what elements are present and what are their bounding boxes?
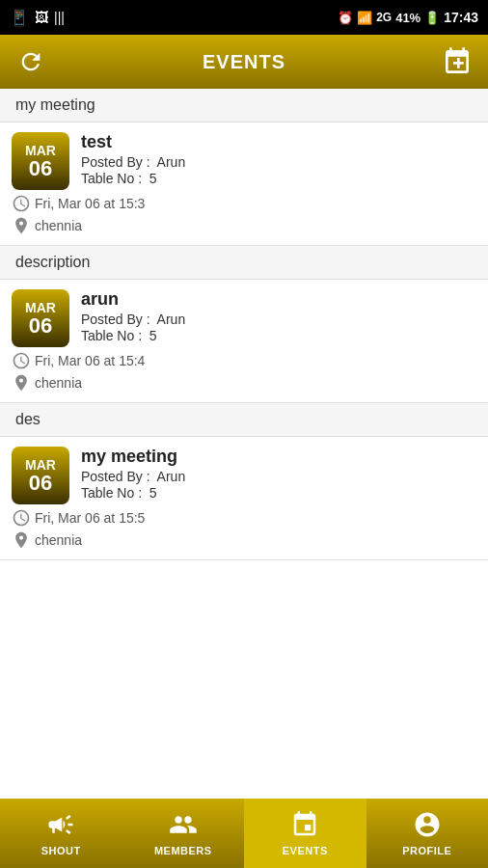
shout-label: SHOUT xyxy=(41,845,81,856)
date-day-1: 06 xyxy=(29,158,52,179)
pin-icon-2 xyxy=(12,373,31,393)
battery-label: 41% xyxy=(395,11,420,25)
status-bar: 📱 🖼 ||| ⏰ 📶 2G 41% 🔋 17:43 xyxy=(0,0,488,35)
event-footer-1: Fri, Mar 06 at 15:3 chennia xyxy=(12,194,476,235)
date-day-3: 06 xyxy=(29,473,52,494)
shout-icon xyxy=(46,810,75,843)
pin-icon-3 xyxy=(12,530,31,550)
event-footer-2: Fri, Mar 06 at 15:4 chennia xyxy=(12,351,476,393)
whatsapp-icon: 📱 xyxy=(10,9,29,27)
clock-icon-1 xyxy=(12,194,31,213)
status-right: ⏰ 📶 2G 41% 🔋 17:43 xyxy=(338,10,478,25)
status-left: 📱 🖼 ||| xyxy=(10,9,65,27)
section-header-description: description xyxy=(0,246,488,280)
events-content: my meeting Mar 06 test Posted By : Arun … xyxy=(0,89,488,799)
battery-icon: 🔋 xyxy=(424,11,440,25)
event-table-no-3: Table No : 5 xyxy=(81,485,476,501)
header: EVENTS xyxy=(0,35,488,89)
network-icon: 2G xyxy=(376,11,392,24)
nav-events[interactable]: EVENTS xyxy=(244,799,366,868)
nav-members[interactable]: MEMBERS xyxy=(122,799,245,868)
page-title: EVENTS xyxy=(48,51,440,73)
event-posted-by-3: Posted By : Arun xyxy=(81,469,476,484)
event-table-no-2: Table No : 5 xyxy=(81,328,476,343)
event-title-2: arun xyxy=(81,289,476,310)
signal-bars-icon: ||| xyxy=(54,10,65,25)
nav-profile[interactable]: PROFILE xyxy=(366,799,489,868)
event-footer-3: Fri, Mar 06 at 15:5 chennia xyxy=(12,508,476,550)
event-title-3: my meeting xyxy=(81,447,476,467)
members-label: MEMBERS xyxy=(154,845,212,856)
event-location-2: chennia xyxy=(12,373,476,393)
date-badge-3: Mar 06 xyxy=(12,447,69,504)
date-badge-1: Mar 06 xyxy=(12,132,69,190)
event-time-2: Fri, Mar 06 at 15:4 xyxy=(12,351,476,370)
clock-icon-2 xyxy=(12,351,31,370)
refresh-button[interactable] xyxy=(14,44,48,79)
event-table-no-1: Table No : 5 xyxy=(81,171,476,186)
refresh-icon xyxy=(17,48,44,75)
event-posted-by-1: Posted By : Arun xyxy=(81,154,476,170)
event-item-arun[interactable]: Mar 06 arun Posted By : Arun Table No : … xyxy=(0,280,488,403)
alarm-icon: ⏰ xyxy=(338,11,353,25)
clock-icon-3 xyxy=(12,508,31,528)
event-details-1: test Posted By : Arun Table No : 5 xyxy=(81,132,476,187)
events-icon xyxy=(290,810,319,843)
bottom-nav: SHOUT MEMBERS EVENTS PROFILE xyxy=(0,799,488,868)
event-item-my-meeting[interactable]: Mar 06 my meeting Posted By : Arun Table… xyxy=(0,437,488,560)
event-location-3: chennia xyxy=(12,530,476,550)
add-event-button[interactable] xyxy=(440,44,474,79)
event-title-1: test xyxy=(81,132,476,152)
members-icon xyxy=(169,810,198,843)
pin-icon-1 xyxy=(12,216,31,235)
date-badge-2: Mar 06 xyxy=(12,289,69,347)
events-label: EVENTS xyxy=(283,845,328,856)
event-details-3: my meeting Posted By : Arun Table No : 5 xyxy=(81,447,476,502)
nav-shout[interactable]: SHOUT xyxy=(0,799,122,868)
time-label: 17:43 xyxy=(444,10,478,25)
profile-icon xyxy=(413,810,442,843)
add-event-icon xyxy=(442,46,473,77)
section-header-my-meeting: my meeting xyxy=(0,89,488,122)
profile-label: PROFILE xyxy=(402,845,451,856)
event-posted-by-2: Posted By : Arun xyxy=(81,312,476,327)
event-time-3: Fri, Mar 06 at 15:5 xyxy=(12,508,476,528)
event-item-test[interactable]: Mar 06 test Posted By : Arun Table No : … xyxy=(0,122,488,246)
gallery-icon: 🖼 xyxy=(35,10,48,25)
event-time-1: Fri, Mar 06 at 15:3 xyxy=(12,194,476,213)
wifi-icon: 📶 xyxy=(357,11,372,25)
event-details-2: arun Posted By : Arun Table No : 5 xyxy=(81,289,476,344)
date-day-2: 06 xyxy=(29,315,52,337)
section-header-des: des xyxy=(0,403,488,437)
event-location-1: chennia xyxy=(12,216,476,235)
